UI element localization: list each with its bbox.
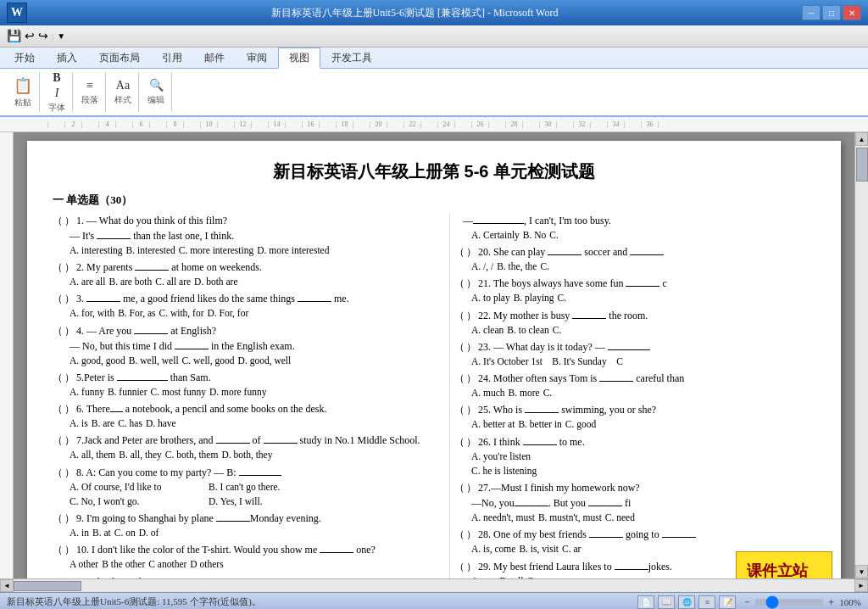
scroll-thumb[interactable]: [856, 148, 868, 182]
align-icon[interactable]: ≡: [86, 79, 93, 92]
tab-reference[interactable]: 引用: [151, 47, 193, 68]
ribbon-group-font: B I 字体: [42, 72, 73, 112]
question-3: （ ） 3. me, a good friend likes do the sa…: [53, 291, 441, 321]
question-1: （ ） 1. — What do you think of this film?…: [53, 213, 441, 258]
zoom-control: － ＋ 100%: [743, 595, 861, 608]
tab-dev[interactable]: 开发工具: [320, 47, 383, 68]
h-scroll-thumb[interactable]: [14, 581, 81, 591]
ribbon: 开始 插入 页面布局 引用 邮件 审阅 视图 开发工具 📋 粘贴 B I 字体 …: [0, 47, 868, 117]
vertical-scrollbar[interactable]: ▲ ▼: [854, 132, 868, 578]
question-27: （ ） 27.—Must I finish my homework now? —…: [454, 480, 815, 525]
status-bar: 新目标英语八年级上册Unit5-6测试题: 11,595 个字符(近似值)。 📄…: [0, 592, 868, 609]
document-title: 新目标英语八年级上册第 5-6 单元检测试题: [53, 158, 815, 185]
title-bar-left: W: [7, 3, 27, 23]
document-container[interactable]: 新目标英语八年级上册第 5-6 单元检测试题 一 单选题（30） （ ） 1. …: [14, 132, 854, 578]
ruler-marks: 2 4 6 8 10 12 14 16 18 20 22 24 26 28 30…: [47, 121, 675, 128]
question-24: （ ） 24. Mother often says Tom is careful…: [454, 371, 815, 400]
tab-mail[interactable]: 邮件: [193, 47, 236, 68]
close-button[interactable]: ✕: [843, 5, 861, 20]
question-11: （ ） 11. Thank you for me. A askB askingC…: [53, 574, 441, 578]
question-7: （ ） 7.Jack and Peter are brothers, and o…: [53, 433, 441, 462]
tab-page-layout[interactable]: 页面布局: [88, 47, 151, 68]
window-controls[interactable]: ─ □ ✕: [802, 5, 861, 20]
scroll-up-button[interactable]: ▲: [855, 132, 868, 146]
italic-icon[interactable]: I: [55, 87, 59, 100]
tab-view[interactable]: 视图: [278, 47, 320, 69]
view-buttons[interactable]: 📄 📖 🌐 ≡ 📝: [637, 595, 736, 609]
outline-view-button[interactable]: ≡: [698, 595, 715, 609]
toolbar-separator: |: [52, 31, 53, 42]
draft-view-button[interactable]: 📝: [719, 595, 736, 609]
zoom-level: 100%: [839, 597, 861, 607]
tab-insert[interactable]: 插入: [46, 47, 88, 68]
ribbon-tabs: 开始 插入 页面布局 引用 邮件 审阅 视图 开发工具: [0, 47, 868, 68]
undo-icon[interactable]: ↩: [25, 29, 35, 43]
section1-header: 一 单选题（30）: [53, 192, 815, 210]
question-6: （ ） 6. There a notebook, a pencil and so…: [53, 401, 441, 431]
question-5: （ ） 5.Peter is than Sam. A. funnyB. funn…: [53, 370, 441, 399]
vertical-ruler: [0, 132, 14, 578]
question-area: （ ） 1. — What do you think of this film?…: [53, 213, 815, 578]
web-view-button[interactable]: 🌐: [678, 595, 695, 609]
q-right-top: —, I can't, I'm too busy. A. CertainlyB.…: [454, 213, 815, 243]
ribbon-group-paragraph: ≡ 段落: [75, 72, 106, 112]
styles-icon[interactable]: Aa: [116, 79, 130, 92]
question-23: （ ） 23. — What day is it today? — A. It'…: [454, 339, 815, 369]
document-body: 新目标英语八年级上册第 5-6 单元检测试题 一 单选题（30） （ ） 1. …: [27, 141, 841, 578]
question-20: （ ） 20. She can play soccer and A. /, /B…: [454, 244, 815, 274]
tab-review[interactable]: 审阅: [236, 47, 278, 68]
restore-button[interactable]: □: [822, 5, 841, 20]
question-8: （ ） 8. A: Can you come to my party? — B:…: [53, 465, 441, 510]
tab-start[interactable]: 开始: [3, 47, 46, 68]
scroll-right-button[interactable]: ►: [854, 579, 868, 592]
question-21: （ ） 21. The boys always have some fun c …: [454, 276, 815, 305]
app-icon: W: [7, 3, 27, 23]
ribbon-group-edit: 🔍 编辑: [141, 72, 172, 112]
title-bar-title: 新目标英语八年级上册Unit5-6测试题 [兼容模式] - Microsoft …: [27, 6, 802, 20]
question-22: （ ） 22. My mother is busy the room. A. c…: [454, 308, 815, 338]
scroll-down-button[interactable]: ▼: [855, 565, 868, 578]
question-26: （ ） 26. I think to me. A. you're listen …: [454, 434, 815, 479]
zoom-in-icon[interactable]: ＋: [826, 595, 836, 608]
left-column: （ ） 1. — What do you think of this film?…: [53, 213, 449, 578]
scroll-left-button[interactable]: ◄: [0, 579, 14, 592]
right-column: —, I can't, I'm too busy. A. CertainlyB.…: [449, 213, 815, 578]
horizontal-scrollbar[interactable]: ◄ ►: [0, 578, 868, 592]
full-read-button[interactable]: 📖: [658, 595, 675, 609]
bold-icon[interactable]: B: [53, 71, 60, 85]
scroll-track[interactable]: [855, 146, 868, 565]
quick-access-toolbar: 💾 ↩ ↪ | ▼: [0, 25, 868, 47]
ribbon-group-clipboard: 📋 粘贴: [7, 72, 40, 112]
question-2: （ ） 2. My parents at home on weekends. A…: [53, 260, 441, 289]
ribbon-content: 📋 粘贴 B I 字体 ≡ 段落 Aa 样式 🔍 编辑: [0, 68, 868, 115]
watermark-line1: 课件立站: [747, 559, 821, 578]
ribbon-group-styles: Aa 样式: [108, 72, 139, 112]
paste-icon[interactable]: 📋: [14, 76, 32, 95]
watermark: 课件立站 www.kjzhan.com: [736, 551, 832, 578]
redo-icon[interactable]: ↪: [38, 29, 48, 43]
minimize-button[interactable]: ─: [802, 5, 821, 20]
document-stats: 新目标英语八年级上册Unit5-6测试题: 11,595 个字符(近似值)。: [7, 595, 631, 608]
zoom-slider[interactable]: [755, 599, 823, 606]
question-10: （ ） 10. I don't like the color of the T-…: [53, 542, 441, 572]
dropdown-icon[interactable]: ▼: [57, 31, 65, 41]
print-view-button[interactable]: 📄: [637, 595, 654, 609]
zoom-out-icon[interactable]: －: [743, 595, 752, 608]
question-25: （ ） 25. Who is swimming, you or she? A. …: [454, 402, 815, 432]
h-scroll-track[interactable]: [14, 579, 854, 592]
question-4: （ ） 4. — Are you at English? — No, but t…: [53, 323, 441, 368]
title-bar: W 新目标英语八年级上册Unit5-6测试题 [兼容模式] - Microsof…: [0, 0, 868, 25]
save-icon[interactable]: 💾: [7, 29, 21, 43]
horizontal-ruler: 2 4 6 8 10 12 14 16 18 20 22 24 26 28 30…: [0, 117, 868, 132]
find-icon[interactable]: 🔍: [149, 78, 164, 92]
question-9: （ ） 9. I'm going to Shanghai by plane Mo…: [53, 511, 441, 540]
